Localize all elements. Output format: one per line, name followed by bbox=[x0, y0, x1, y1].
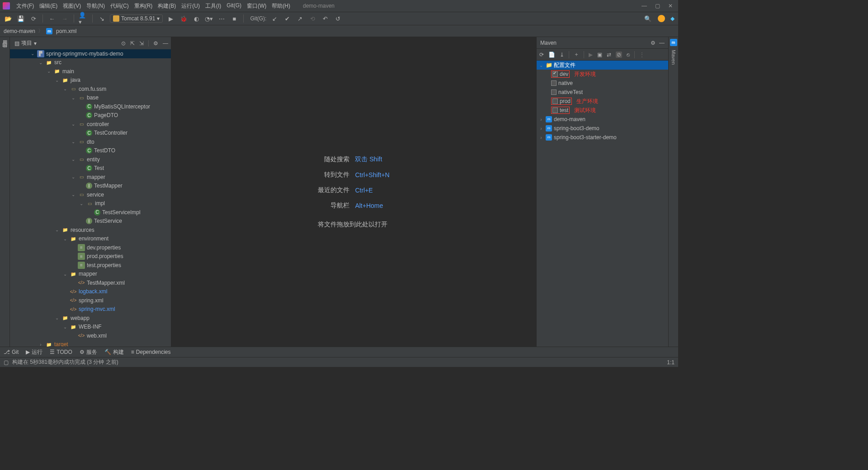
expand-all-icon[interactable]: ⇱ bbox=[130, 40, 135, 47]
expand-arrow-icon[interactable]: ⌄ bbox=[71, 157, 76, 162]
expand-arrow-icon[interactable]: ⌄ bbox=[71, 122, 76, 127]
menu-item[interactable]: 重构(R) bbox=[132, 1, 156, 11]
sync-icon[interactable]: ⟳ bbox=[29, 14, 38, 23]
expand-arrow-icon[interactable]: ⌄ bbox=[62, 324, 68, 329]
tree-node[interactable]: </>logback.xml bbox=[10, 287, 171, 296]
checkbox-icon[interactable] bbox=[551, 80, 557, 86]
expand-arrow-icon[interactable]: ⌄ bbox=[54, 315, 60, 320]
run-config-selector[interactable]: Tomcat 8.5.91 ▾ bbox=[110, 14, 163, 23]
project-title[interactable]: 项目 bbox=[21, 39, 32, 47]
menu-item[interactable]: 文件(F) bbox=[14, 1, 37, 11]
maven-profile-prod[interactable]: prod生产环境 bbox=[537, 97, 668, 106]
profile-icon[interactable]: ◔▾ bbox=[204, 14, 213, 23]
tree-node[interactable]: ⌄▭entity bbox=[10, 155, 171, 164]
git-history-icon[interactable]: ⟲ bbox=[308, 14, 317, 23]
expand-arrow-icon[interactable]: ⌄ bbox=[71, 192, 76, 197]
expand-arrow-icon[interactable]: ⌄ bbox=[71, 174, 76, 179]
bottom-tab-运行[interactable]: ▶运行 bbox=[26, 348, 42, 356]
debug-icon[interactable]: 🐞 bbox=[179, 14, 188, 23]
coverage-icon[interactable]: ◐ bbox=[192, 14, 201, 23]
show-settings-icon[interactable]: ⎋ bbox=[627, 52, 630, 58]
expand-arrow-icon[interactable]: ⌄ bbox=[71, 139, 76, 144]
bottom-tab-todo[interactable]: ☰TODO bbox=[50, 349, 72, 355]
breadcrumb-project[interactable]: demo-maven bbox=[4, 28, 35, 34]
structure-tab[interactable]: 结构 bbox=[1, 49, 8, 55]
tree-node[interactable]: ›📁target bbox=[10, 340, 171, 347]
tree-node[interactable]: </>web.xml bbox=[10, 331, 171, 340]
expand-arrow-icon[interactable]: ⌄ bbox=[38, 60, 43, 65]
tree-node[interactable]: CMyBatisSQLInterceptor bbox=[10, 102, 171, 111]
project-tab-icon[interactable]: ▦ bbox=[3, 39, 7, 45]
breadcrumb-file[interactable]: pom.xml bbox=[56, 28, 76, 34]
tree-node[interactable]: ⌄📁java bbox=[10, 76, 171, 85]
expand-arrow-icon[interactable]: › bbox=[38, 342, 43, 347]
checkbox-icon[interactable] bbox=[552, 108, 558, 113]
run-icon[interactable]: ▶ bbox=[166, 14, 175, 23]
maven-profiles-node[interactable]: ⌄📁配置文件 bbox=[537, 61, 668, 70]
git-update-icon[interactable]: ↙ bbox=[270, 14, 279, 23]
menu-item[interactable]: 工具(I) bbox=[203, 1, 224, 11]
expand-arrow-icon[interactable]: ⌄ bbox=[62, 272, 68, 277]
expand-arrow-icon[interactable]: ⌄ bbox=[46, 69, 52, 74]
open-icon[interactable]: 📂 bbox=[4, 14, 13, 23]
tree-node[interactable]: CPageDTO bbox=[10, 111, 171, 120]
tree-node[interactable]: ⌄📁resources bbox=[10, 226, 171, 235]
generate-sources-icon[interactable]: 📄 bbox=[548, 52, 555, 58]
maven-profile-dev[interactable]: dev开发环境 bbox=[537, 70, 668, 79]
maven-module[interactable]: ›mspring-boot3-demo bbox=[537, 124, 668, 133]
menu-item[interactable]: 构建(B) bbox=[155, 1, 179, 11]
locate-icon[interactable]: ⊙ bbox=[121, 40, 126, 47]
chevron-down-icon[interactable]: ▾ bbox=[34, 40, 37, 47]
collapse-icon[interactable]: ⋮ bbox=[639, 52, 645, 58]
tree-node[interactable]: ⌄📁src bbox=[10, 58, 171, 67]
user-icon[interactable]: 👤▾ bbox=[79, 14, 88, 23]
tree-node[interactable]: ⌄▭impl bbox=[10, 199, 171, 208]
maximize-icon[interactable]: ▢ bbox=[655, 3, 660, 9]
tree-node[interactable]: CTestServiceImpl bbox=[10, 208, 171, 217]
hide-icon[interactable]: — bbox=[163, 40, 168, 47]
tree-node[interactable]: ⌄▭base bbox=[10, 94, 171, 103]
menu-item[interactable]: 导航(N) bbox=[84, 1, 108, 11]
reload-icon[interactable]: ⟳ bbox=[539, 52, 544, 58]
maven-module[interactable]: ›mdemo-maven bbox=[537, 115, 668, 124]
git-commit-icon[interactable]: ✔ bbox=[283, 14, 292, 23]
git-rollback-icon[interactable]: ↺ bbox=[333, 14, 342, 23]
minimize-icon[interactable]: — bbox=[642, 3, 647, 9]
download-icon[interactable]: ⤓ bbox=[560, 52, 564, 58]
expand-arrow-icon[interactable]: ⌄ bbox=[62, 236, 68, 241]
tree-node[interactable]: CTestController bbox=[10, 129, 171, 138]
tree-node[interactable]: ≡test.properties bbox=[10, 261, 171, 270]
skip-tests-icon[interactable]: ⊘ bbox=[616, 52, 622, 58]
expand-arrow-icon[interactable]: ⌄ bbox=[62, 86, 68, 91]
close-icon[interactable]: ✕ bbox=[668, 3, 673, 9]
tree-node[interactable]: </>spring-mvc.xml bbox=[10, 305, 171, 314]
maven-tree[interactable]: ⌄📁配置文件dev开发环境nativenativeTestprod生产环境tes… bbox=[537, 61, 668, 347]
tree-node[interactable]: ⌄📁environment bbox=[10, 235, 171, 244]
checkbox-icon[interactable] bbox=[551, 89, 557, 95]
menu-item[interactable]: 代码(C) bbox=[108, 1, 132, 11]
tree-node[interactable]: CTest bbox=[10, 164, 171, 173]
search-icon[interactable]: 🔍 bbox=[643, 14, 652, 23]
ide-feature-icon[interactable]: ◆ bbox=[670, 15, 675, 22]
gear-icon[interactable]: ⚙ bbox=[651, 40, 656, 46]
tree-node[interactable]: ITestMapper bbox=[10, 182, 171, 191]
maven-tab-icon[interactable]: m bbox=[670, 39, 677, 46]
tree-node[interactable]: ⌄▭dto bbox=[10, 137, 171, 146]
tree-node[interactable]: ⌄▭com.fu.ssm bbox=[10, 85, 171, 94]
stop-icon[interactable]: ■ bbox=[230, 14, 239, 23]
collapse-all-icon[interactable]: ⇲ bbox=[139, 40, 144, 47]
bottom-tab-构建[interactable]: 🔨构建 bbox=[104, 348, 124, 356]
run-icon[interactable]: ▶ bbox=[589, 52, 593, 58]
hammer-icon[interactable]: ↘ bbox=[97, 14, 106, 23]
forward-icon[interactable]: → bbox=[60, 14, 69, 23]
menu-item[interactable]: 帮助(H) bbox=[269, 1, 293, 11]
tree-node[interactable]: ⌄📁WEB-INF bbox=[10, 323, 171, 332]
expand-arrow-icon[interactable]: ⌄ bbox=[30, 51, 35, 56]
tree-node[interactable]: ⌄▛spring-springmvc-mybatis-demo bbox=[10, 49, 171, 58]
add-icon[interactable]: ＋ bbox=[574, 51, 579, 58]
tree-node[interactable]: ⌄▭service bbox=[10, 190, 171, 199]
tree-node[interactable]: </>spring.xml bbox=[10, 296, 171, 305]
tree-node[interactable]: ITestService bbox=[10, 217, 171, 226]
menu-item[interactable]: 视图(V) bbox=[60, 1, 84, 11]
checkbox-icon[interactable] bbox=[552, 99, 558, 104]
